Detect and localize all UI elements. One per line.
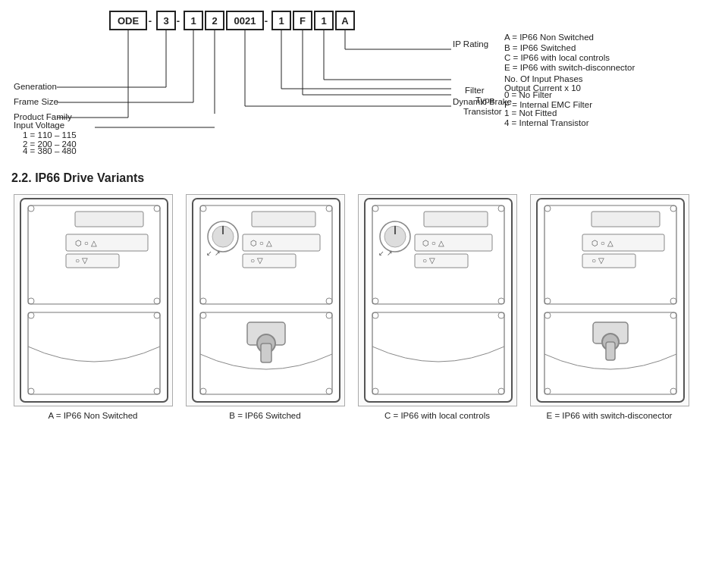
svg-text:B = IP66 Switched: B = IP66 Switched [504, 43, 576, 52]
svg-text:○ ▽: ○ ▽ [592, 256, 604, 265]
part-number-svg: ODE - 3 - 1 2 0021 - 1 F 1 A [11, 8, 717, 155]
svg-rect-82 [252, 212, 315, 227]
svg-text:1: 1 [278, 15, 284, 27]
svg-text:○ ▽: ○ ▽ [422, 256, 435, 265]
svg-text:ODE: ODE [118, 15, 140, 27]
variants-grid: ⬡ ○ △ ○ ▽ A = IP66 Non Switched [11, 194, 717, 420]
svg-rect-95 [261, 343, 271, 362]
svg-rect-63 [75, 212, 143, 227]
variant-e-label: E = IP66 with switch-disconector [547, 411, 673, 420]
svg-text:Dynamic Brake: Dynamic Brake [453, 97, 512, 106]
svg-text:⬡ ○ △: ⬡ ○ △ [592, 239, 613, 247]
svg-text:1 = Not Fitted: 1 = Not Fitted [504, 108, 557, 118]
svg-text:-: - [265, 15, 268, 27]
svg-text:F: F [300, 15, 306, 27]
svg-text:⬡ ○ △: ⬡ ○ △ [422, 239, 444, 247]
variant-c-image: ⬡ ○ △ ○ ▽ ↙ ↗ [358, 194, 517, 406]
svg-text:-: - [177, 15, 180, 27]
variant-a-label: A = IP66 Non Switched [49, 411, 138, 420]
svg-rect-122 [592, 212, 660, 227]
variant-e-card: ⬡ ○ △ ○ ▽ E = [528, 194, 691, 420]
svg-text:⬡ ○ △: ⬡ ○ △ [250, 239, 272, 247]
svg-text:4 = 380 – 480: 4 = 380 – 480 [23, 146, 77, 155]
variant-a-card: ⬡ ○ △ ○ ▽ A = IP66 Non Switched [11, 194, 174, 420]
variant-e-image: ⬡ ○ △ ○ ▽ [530, 194, 689, 406]
svg-rect-105 [424, 212, 488, 227]
svg-text:Frame Size: Frame Size [14, 97, 58, 106]
svg-text:Generation: Generation [14, 82, 57, 91]
svg-text:Filter: Filter [465, 86, 485, 95]
variant-b-label: B = IP66 Switched [229, 411, 300, 420]
svg-text:E = IP66 with switch-disconnec: E = IP66 with switch-disconnector [504, 63, 635, 72]
svg-text:A = IP66 Non Switched: A = IP66 Non Switched [504, 33, 594, 42]
section-22-title: 2.2. IP66 Drive Variants [11, 171, 717, 185]
svg-rect-115 [372, 312, 504, 394]
svg-text:A: A [341, 15, 349, 27]
variant-c-label: C = IP66 with local controls [384, 411, 490, 420]
svg-rect-72 [28, 312, 160, 394]
svg-text:4 = Internal Transistor: 4 = Internal Transistor [504, 118, 589, 127]
svg-text:○ ▽: ○ ▽ [250, 256, 263, 265]
variant-b-card: ⬡ ○ △ ○ ▽ ↙ ↗ [184, 194, 347, 420]
svg-text:0021: 0021 [234, 15, 256, 27]
svg-text:1 = 110 – 115: 1 = 110 – 115 [23, 130, 77, 140]
variant-a-image: ⬡ ○ △ ○ ▽ [14, 194, 173, 406]
svg-text:3: 3 [163, 15, 168, 27]
svg-text:1: 1 [321, 15, 326, 27]
svg-text:⬡ ○ △: ⬡ ○ △ [75, 239, 97, 247]
svg-text:-: - [149, 15, 152, 27]
svg-text:↙ ↗: ↙ ↗ [206, 249, 221, 257]
svg-text:C = IP66 with local controls: C = IP66 with local controls [504, 53, 610, 62]
svg-text:2: 2 [212, 15, 217, 27]
svg-rect-125 [582, 254, 635, 268]
svg-text:1: 1 [190, 15, 196, 27]
svg-rect-66 [66, 254, 119, 268]
svg-text:○ ▽: ○ ▽ [75, 256, 88, 265]
part-diagram: ODE - 3 - 1 2 0021 - 1 F 1 A [11, 8, 717, 158]
svg-text:Transistor: Transistor [463, 107, 502, 116]
svg-rect-134 [606, 342, 615, 360]
svg-text:No. Of Input Phases: No. Of Input Phases [504, 74, 583, 83]
variant-b-image: ⬡ ○ △ ○ ▽ ↙ ↗ [186, 194, 345, 406]
variant-c-card: ⬡ ○ △ ○ ▽ ↙ ↗ C = IP66 with local contro… [356, 194, 519, 420]
svg-text:↙ ↗: ↙ ↗ [378, 249, 393, 257]
svg-text:IP Rating: IP Rating [453, 39, 488, 49]
svg-text:Input Voltage: Input Voltage [14, 121, 64, 130]
